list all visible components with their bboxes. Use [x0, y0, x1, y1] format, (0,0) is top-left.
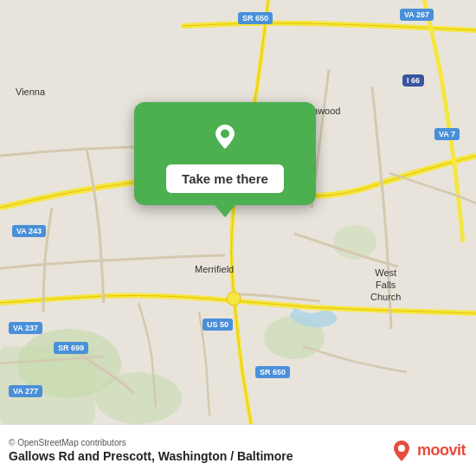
svg-point-8: [221, 130, 229, 138]
moovit-pin-icon: [389, 439, 414, 463]
badge-sr650-top: SR 650: [238, 12, 273, 24]
badge-sr699: SR 699: [54, 342, 88, 354]
svg-point-2: [95, 372, 182, 424]
badge-i66: I 66: [402, 74, 424, 87]
location-pin-icon: [206, 118, 244, 156]
take-me-there-button[interactable]: Take me there: [166, 164, 284, 193]
badge-va7: VA 7: [434, 128, 460, 140]
badge-sr650-bottom: SR 650: [255, 366, 290, 378]
moovit-logo: moovit: [389, 439, 466, 463]
svg-point-9: [398, 445, 405, 452]
bottom-bar: © OpenStreetMap contributors Gallows Rd …: [0, 424, 476, 476]
map-container: Vienna Merrifield Inwood WestFallsChurch…: [0, 0, 476, 424]
svg-point-6: [227, 292, 241, 306]
popup-card: Take me there: [134, 102, 316, 205]
badge-us50: US 50: [203, 318, 233, 331]
location-title: Gallows Rd and Prescott, Washington / Ba…: [9, 449, 293, 463]
osm-attribution: © OpenStreetMap contributors: [9, 438, 293, 447]
badge-va243: VA 243: [12, 225, 46, 237]
badge-va277: VA 277: [9, 385, 42, 397]
badge-va267: VA 267: [400, 9, 434, 21]
moovit-text: moovit: [417, 441, 466, 460]
bottom-info: © OpenStreetMap contributors Gallows Rd …: [9, 438, 293, 463]
badge-va237: VA 237: [9, 322, 42, 334]
